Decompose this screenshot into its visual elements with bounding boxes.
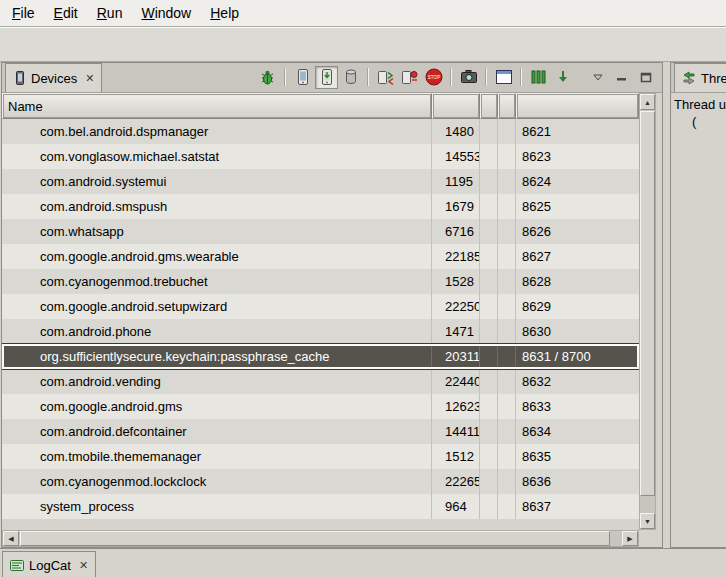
cell-spacer [498,144,516,169]
table-row[interactable]: com.vonglasow.michael.satstat 14553 8623 [2,144,639,169]
process-name: com.whatsapp [2,219,432,244]
view-menu-button[interactable] [586,66,609,89]
cell-spacer [498,169,516,194]
process-pid: 22440 [432,369,480,394]
tab-logcat[interactable]: LogCat ✕ [2,551,96,577]
scroll-left-arrow[interactable]: ◀ [3,531,19,546]
tab-devices[interactable]: Devices ✕ [5,63,102,92]
tab-threads[interactable]: Threa [674,63,726,92]
process-port: 8631 / 8700 [516,344,639,369]
cell-spacer [498,319,516,344]
process-name: com.android.defcontainer [2,419,432,444]
update-threads-icon [378,69,394,85]
table-row[interactable]: org.sufficientlysecure.keychain:passphra… [2,344,639,369]
process-port: 8633 [516,394,639,419]
debug-process-button[interactable] [256,66,279,89]
cell-spacer [480,269,498,294]
table-row[interactable]: com.android.phone 1471 8630 [2,319,639,344]
process-name: com.vonglasow.michael.satstat [2,144,432,169]
menu-edit[interactable]: Edit [46,2,86,24]
table-row[interactable]: com.android.defcontainer 14411 8634 [2,419,639,444]
cell-spacer [480,294,498,319]
toolbar-separator [520,68,522,86]
cell-spacer [498,119,516,144]
trace-bars-icon [531,70,546,84]
vertical-scroll-thumb[interactable] [640,111,655,496]
process-name: com.cyanogenmod.lockclock [2,469,432,494]
process-port: 8637 [516,494,639,519]
horizontal-scrollbar[interactable]: ◀ ▶ [2,530,639,547]
menu-window[interactable]: Window [133,2,199,24]
column-header-pid[interactable] [432,93,480,119]
update-heap-icon [297,69,309,85]
table-row[interactable]: com.cyanogenmod.lockclock 22265 8636 [2,469,639,494]
table-row[interactable]: com.android.vending 22440 8632 [2,369,639,394]
cell-spacer [480,144,498,169]
cell-spacer [480,419,498,444]
process-pid: 22250 [432,294,480,319]
scroll-down-arrow[interactable]: ▼ [640,513,655,529]
process-name: com.android.phone [2,319,432,344]
green-arrow-down-icon [556,70,570,84]
ddms-window: File Edit Run Window Help Devices ✕ [0,0,726,577]
hierarchy-view-button[interactable] [492,66,515,89]
table-row[interactable]: com.whatsapp 6716 8626 [2,219,639,244]
screen-capture-button[interactable] [457,66,480,89]
table-row[interactable]: com.android.smspush 1679 8625 [2,194,639,219]
table-row[interactable]: system_process 964 8637 [2,494,639,519]
dropdown-triangle-icon [593,73,603,81]
method-profiling-button[interactable] [398,66,421,89]
table-row[interactable]: com.google.android.gms.wearable 22185 86… [2,244,639,269]
cell-spacer [498,244,516,269]
debug-icon [259,69,276,85]
threads-tabbar: Threa [671,63,726,93]
minimize-button[interactable] [610,66,633,89]
table-row[interactable]: com.cyanogenmod.trebuchet 1528 8628 [2,269,639,294]
update-heap-button[interactable] [291,66,314,89]
process-pid: 1528 [432,269,480,294]
table-row[interactable]: com.google.android.setupwizard 22250 862… [2,294,639,319]
scroll-up-arrow[interactable]: ▲ [640,94,655,110]
scroll-right-arrow[interactable]: ▶ [622,531,638,546]
menu-run[interactable]: Run [89,2,131,24]
vertical-scrollbar[interactable]: ▲ ▼ [639,93,656,530]
close-icon[interactable]: ✕ [82,72,94,85]
table-row[interactable]: com.google.android.gms 12623 8633 [2,394,639,419]
dump-hprof-button[interactable] [315,66,338,89]
horizontal-scroll-thumb[interactable] [20,531,610,546]
table-row[interactable]: com.tmobile.thememanager 1512 8635 [2,444,639,469]
process-name: com.android.vending [2,369,432,394]
dump-hprof-icon [321,69,333,85]
column-header-port[interactable] [516,93,639,119]
update-threads-button[interactable] [374,66,397,89]
cell-spacer [498,444,516,469]
cell-spacer [480,444,498,469]
cell-spacer [498,394,516,419]
cell-spacer [498,369,516,394]
process-pid: 1480 [432,119,480,144]
opengl-trace-button[interactable] [551,66,574,89]
process-name: com.tmobile.thememanager [2,444,432,469]
cell-spacer [498,494,516,519]
threads-view: Threa Thread up ( [670,62,726,548]
table-row[interactable]: com.bel.android.dspmanager 1480 8621 [2,119,639,144]
threads-message: Thread up ( [671,93,726,133]
maximize-button[interactable] [634,66,657,89]
cell-spacer [480,469,498,494]
logcat-icon [10,559,24,572]
systrace-button[interactable] [527,66,550,89]
menu-help[interactable]: Help [202,2,247,24]
table-row[interactable]: com.android.systemui 1195 8624 [2,169,639,194]
process-name: com.google.android.gms [2,394,432,419]
close-icon[interactable]: ✕ [76,559,88,572]
menu-file[interactable]: File [4,2,43,24]
process-pid: 1679 [432,194,480,219]
cause-gc-button[interactable] [339,66,362,89]
process-pid: 1195 [432,169,480,194]
process-pid: 1471 [432,319,480,344]
process-pid: 22265 [432,469,480,494]
tab-logcat-label: LogCat [29,558,71,573]
column-header-name[interactable]: Name [2,93,432,119]
stop-process-button[interactable]: STOP [422,66,445,89]
cell-spacer [498,194,516,219]
